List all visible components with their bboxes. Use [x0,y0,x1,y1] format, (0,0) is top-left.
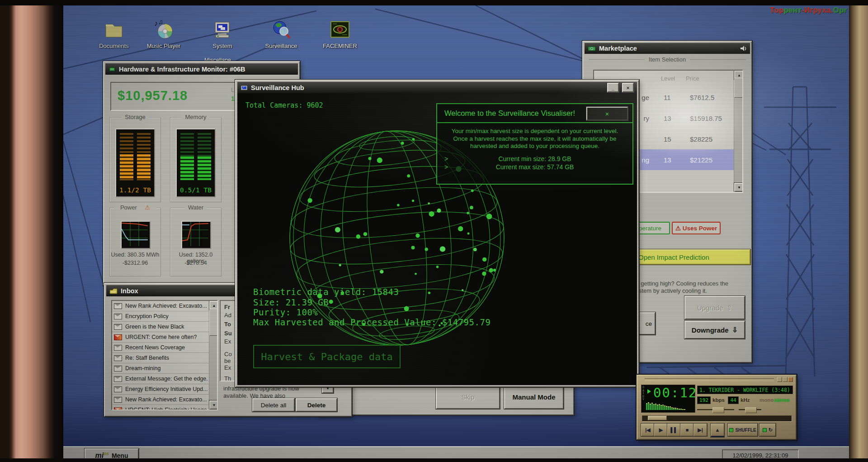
power-cost: -$2312.96 [110,260,160,266]
open-impact-prediction-button[interactable]: Open Impact Prediction [631,249,750,265]
upgrade-button[interactable]: Upgrade⇧ [684,296,745,319]
marketplace-titlebar[interactable]: Marketplace [585,43,750,54]
icon-label: FACEMINER [319,43,361,49]
memory-label: Memory [170,114,221,120]
cooling-text-line: gs getting high? Cooling reduces the [633,280,728,287]
repeat-indicator [763,428,767,432]
scroll-down-button[interactable]: ▼ [734,183,743,192]
eject-button[interactable]: ▲ [711,424,724,437]
harvest-package-button[interactable]: Harvest & Package data [253,345,401,368]
delete-button[interactable]: Delete [296,398,337,412]
list-item[interactable]: Green is the New Black [112,322,209,332]
memory-gauge: 0.5/1 TB [176,129,216,197]
repeat-button[interactable]: ↻ [760,424,776,436]
volume-handle[interactable] [712,407,724,413]
svg-text:♪: ♪ [154,19,158,27]
memory-bars [180,133,194,180]
music-player-window: O A I D V 00:12 1. TEKRIDER - WORKLIFE (… [637,375,797,440]
mail-icon [114,386,122,392]
memory-bars [198,133,211,180]
icon-label: System [202,43,243,49]
welcome-text-line: harvested and added to your processing q… [437,143,632,150]
site-watermark: Торрент-Игруха.Орг [741,6,847,15]
balance-handle[interactable] [745,407,757,413]
scrollbar-thumb[interactable] [734,78,743,98]
minimize-button[interactable]: _ [607,83,619,92]
list-item[interactable]: Encryption Policy [112,311,209,322]
list-item-urgent[interactable]: URGENT: Come here often? [112,332,209,343]
monitor-bezel-left [0,0,63,462]
player-minimize-button[interactable] [777,377,782,382]
mail-field-fragment: Ex [224,338,231,345]
close-button[interactable]: × [622,83,634,92]
storage-gauge: 1.1/2 TB [115,129,155,197]
icon-label: Surveillance [260,43,302,49]
delete-all-button[interactable]: Delete all [252,398,295,412]
window-title: Inbox [121,287,138,295]
folder-icon [104,19,124,40]
power-used: Used: 380.35 MWh [110,252,160,258]
next-button[interactable]: ▶| [693,424,707,436]
welcome-close-button[interactable]: × [586,107,628,120]
clutterbar[interactable]: O A I D V [642,386,644,401]
list-item[interactable]: Energy Efficiency Initiative Upd... [112,384,209,395]
desktop-icon-documents[interactable]: Documents [93,19,135,49]
welcome-header: Welcome to the Surveillance Visualiser! … [437,104,632,123]
prev-button[interactable]: |◀ [641,424,655,436]
seek-handle[interactable] [648,416,667,420]
list-item[interactable]: Re: Staff Benefits [112,353,209,363]
list-item[interactable]: New Rank Achieved: Excavato... [112,395,209,405]
list-item-urgent[interactable]: URGENT: High Electricity Usage [112,405,209,410]
biometric-yield: Biometric data yield: 15843 [253,287,399,297]
mail-field-fragment: Co [224,351,232,357]
inbox-scrollbar[interactable]: ▲ ▼ [209,301,217,410]
player-titlebar-grip[interactable] [645,378,774,381]
list-item[interactable]: Recent News Coverage [112,343,209,353]
list-item[interactable]: Dream-mining [112,363,209,374]
mail-icon [114,314,122,319]
shuffle-indicator [729,428,733,432]
scroll-up-button[interactable]: ▲ [734,71,743,80]
mail-icon [114,376,122,382]
mail-list: New Rank Achieved: Excavato... Encryptio… [111,300,218,410]
marketplace-scrollbar[interactable]: ▲ ▼ [734,71,742,192]
min-size: Current min size: 28.9 GB [437,155,632,162]
window-title: Marketplace [599,45,637,52]
hardware-monitor-titlebar[interactable]: Hardware & Infrastructure Monitor: #06B [105,63,298,75]
desktop-icon-surveillance[interactable]: Surveillance [260,19,302,49]
scroll-down-button[interactable]: ▼ [209,400,218,410]
chip-icon [108,66,116,72]
power-group: Power ⚠ Used: 380.35 MWh -$2312.96 [109,208,161,276]
welcome-text-line: Once a harvest reaches the max size, it … [437,135,632,143]
desktop-icon-music-player[interactable]: ♪ ♫ Music Player [143,19,184,49]
desktop-icon-system[interactable]: System [202,19,243,49]
shuffle-button[interactable]: SHUFFLE [728,424,758,436]
downgrade-arrow-icon: ⇩ [732,326,738,334]
seek-bar[interactable] [642,415,792,422]
scrollbar-thumb[interactable] [209,309,218,336]
skip-button[interactable]: Skip [436,385,500,409]
speaker-icon[interactable] [740,45,747,52]
list-item[interactable]: External Message: Get the edge... [112,374,209,384]
stop-button[interactable]: ■ [680,424,694,436]
pause-button[interactable]: ▌▌ [667,424,681,436]
surveillance-titlebar[interactable]: Surveillance Hub _ × [237,82,637,93]
volume-slider[interactable] [697,407,734,412]
list-item[interactable]: New Rank Achieved: Excavato... [112,301,209,311]
water-cost: -$278.54 [170,260,221,266]
manual-mode-button[interactable]: Manual Mode [504,385,564,409]
downgrade-button[interactable]: Downgrade⇩ [684,321,745,339]
play-state-icon [647,389,651,394]
harvest-size: Size: 21.39 GB [253,297,329,307]
warning-icon: ⚠ [142,204,153,211]
computer-icon [212,19,233,40]
track-title-display[interactable]: 1. TEKRIDER - WORKLIFE (3:48) [697,386,793,394]
water-label: Water [170,204,221,211]
desktop-icon-faceminer[interactable]: FACEMINER [319,19,361,49]
balance-slider[interactable] [739,407,761,412]
player-shade-button[interactable] [783,377,788,382]
svg-text:♫: ♫ [158,19,163,25]
memory-group: Memory 0.5/1 TB [170,117,222,202]
player-close-button[interactable] [788,377,793,382]
play-button[interactable]: ▶ [654,424,668,436]
